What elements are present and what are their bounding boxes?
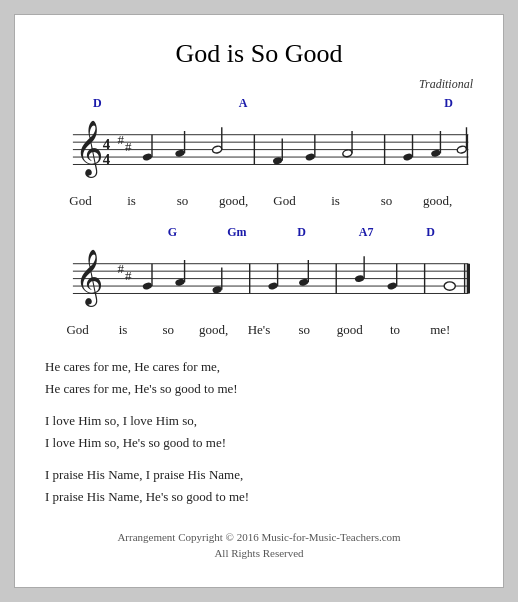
lyric-2-2: is [100, 322, 145, 338]
chord-row-2: G Gm D A7 D [45, 225, 473, 240]
verse-1: He cares for me, He cares for me, He car… [45, 356, 473, 400]
svg-point-53 [387, 282, 398, 291]
lyric-1-6: is [310, 193, 361, 209]
svg-text:#: # [125, 139, 132, 154]
svg-point-51 [354, 274, 365, 283]
extra-verses: He cares for me, He cares for me, He car… [45, 356, 473, 509]
svg-point-57 [447, 284, 453, 289]
svg-text:#: # [118, 132, 125, 147]
staff-section-2: G Gm D A7 D 𝄞 # # [45, 225, 473, 338]
svg-point-28 [456, 145, 467, 154]
chord-1-2: A [153, 96, 333, 111]
footer-line1: Arrangement Copyright © 2016 Music-for-M… [45, 529, 473, 546]
lyrics-row-1: God is so good, God is so good, [45, 193, 473, 209]
staff-section-1: D A D 𝄞 4 4 # # [45, 96, 473, 209]
verse-3: I praise His Name, I praise His Name, I … [45, 464, 473, 508]
lyric-1-4: good, [208, 193, 259, 209]
attribution: Traditional [45, 77, 473, 92]
lyric-1-2: is [106, 193, 157, 209]
svg-text:#: # [125, 268, 132, 283]
svg-point-43 [212, 285, 223, 294]
lyric-2-5: He's [236, 322, 281, 338]
chord-2-d2: D [398, 225, 463, 240]
footer: Arrangement Copyright © 2016 Music-for-M… [45, 529, 473, 562]
svg-point-14 [212, 145, 223, 154]
verse-2: I love Him so, I love Him so, I love Him… [45, 410, 473, 454]
lyric-2-4: good, [191, 322, 236, 338]
svg-point-48 [298, 278, 309, 287]
verse-2-line2: I love Him so, He's so good to me! [45, 435, 226, 450]
lyric-1-8: good, [412, 193, 463, 209]
lyric-2-7: good [327, 322, 372, 338]
verse-1-line1: He cares for me, He cares for me, [45, 359, 220, 374]
chord-2-a7: A7 [334, 225, 399, 240]
svg-text:#: # [118, 261, 125, 276]
staff-2: 𝄞 # # [45, 240, 473, 320]
verse-1-line2: He cares for me, He's so good to me! [45, 381, 238, 396]
lyric-2-3: so [146, 322, 191, 338]
svg-point-46 [268, 282, 279, 291]
verse-3-line2: I praise His Name, He's so good to me! [45, 489, 249, 504]
lyric-1-5: God [259, 193, 310, 209]
lyric-1-1: God [55, 193, 106, 209]
verse-3-line1: I praise His Name, I praise His Name, [45, 467, 243, 482]
lyric-2-8: to [372, 322, 417, 338]
lyric-1-7: so [361, 193, 412, 209]
verse-2-line1: I love Him so, I love Him so, [45, 413, 197, 428]
lyric-1-3: so [157, 193, 208, 209]
lyric-2-1: God [55, 322, 100, 338]
svg-point-19 [305, 153, 316, 162]
chord-1-1: D [93, 96, 153, 111]
svg-point-41 [175, 278, 186, 287]
page: God is So Good Traditional D A D 𝄞 4 4 [14, 14, 504, 588]
svg-point-17 [272, 156, 283, 165]
lyrics-row-2: God is so good, He's so good to me! [45, 322, 473, 338]
svg-text:𝄞: 𝄞 [75, 249, 103, 307]
lyric-2-9: me! [418, 322, 463, 338]
svg-point-10 [142, 153, 153, 162]
svg-text:4: 4 [103, 151, 111, 167]
svg-point-12 [175, 149, 186, 158]
lyric-2-6: so [282, 322, 327, 338]
svg-point-24 [403, 153, 414, 162]
chord-2-d: D [269, 225, 334, 240]
page-title: God is So Good [45, 39, 473, 69]
footer-line2: All Rights Reserved [45, 545, 473, 562]
chord-1-3: D [333, 96, 453, 111]
svg-point-21 [342, 149, 353, 158]
svg-text:𝄞: 𝄞 [75, 120, 103, 178]
svg-text:4: 4 [103, 136, 111, 152]
chord-2-gm: Gm [205, 225, 270, 240]
chord-row-1: D A D [45, 96, 473, 111]
svg-point-26 [430, 149, 441, 158]
staff-1: 𝄞 4 4 # # [45, 111, 473, 191]
chord-2-g: G [140, 225, 205, 240]
svg-point-39 [142, 282, 153, 291]
